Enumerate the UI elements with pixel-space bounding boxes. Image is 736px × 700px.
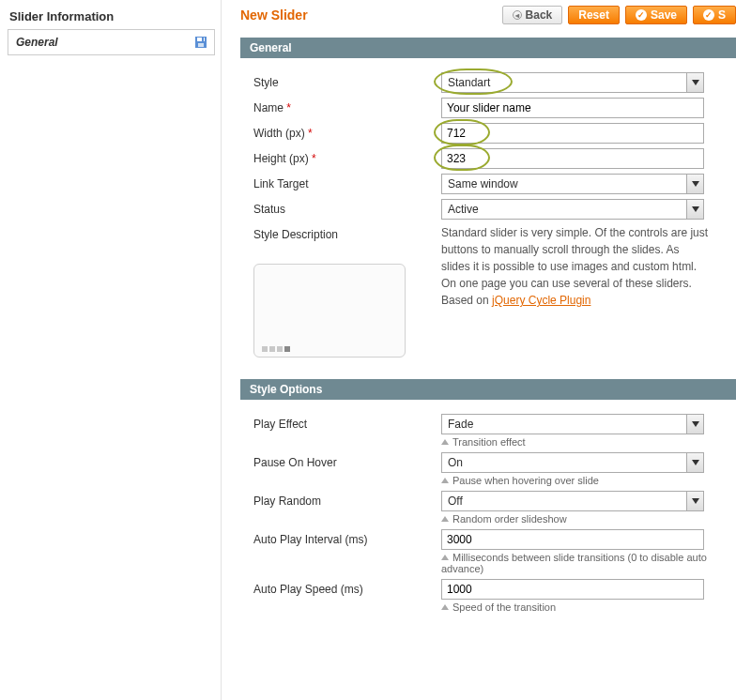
check-icon: ✓ [636,9,647,21]
status-select[interactable]: Active [441,199,704,220]
chevron-down-icon [686,415,703,434]
sidebar: Slider Information General [0,0,221,700]
hint-text: Speed of the transition [441,601,723,613]
chevron-down-icon [686,200,703,219]
svg-rect-2 [198,43,204,47]
pager-dot [269,346,275,352]
check-icon: ✓ [703,9,714,21]
name-input[interactable] [441,98,704,118]
reset-button[interactable]: Reset [568,6,620,24]
style-desc-label: Style Description [253,228,441,241]
style-select[interactable]: Standart [441,72,704,93]
save-continue-button[interactable]: ✓ S [693,6,736,24]
main: New Slider ◂ Back Reset ✓ Save ✓ S [227,0,736,700]
svg-marker-4 [692,80,699,85]
play-random-label: Play Random [253,491,441,508]
svg-marker-9 [692,498,699,504]
width-label: Width (px) * [253,123,441,140]
play-effect-label: Play Effect [253,414,441,431]
svg-marker-6 [692,206,699,212]
play-random-select[interactable]: Off [441,491,704,511]
save-button[interactable]: ✓ Save [625,6,687,24]
save-icon [195,37,207,48]
name-label: Name * [253,98,441,114]
chevron-down-icon [686,453,703,472]
sidebar-item-label: General [16,36,58,49]
sidebar-title: Slider Information [8,6,215,30]
style-description: Standard slider is very simple. Of the c… [441,224,709,309]
hint-text: Transition effect [441,436,723,448]
pause-hover-label: Pause On Hover [253,452,441,469]
auto-speed-input[interactable] [441,579,704,600]
cycle-plugin-link[interactable]: jQuery Cycle Plugin [492,294,590,307]
section-general-head: General [240,38,736,58]
height-input[interactable] [441,148,704,169]
auto-speed-label: Auto Play Speed (ms) [253,579,441,596]
status-label: Status [253,199,441,216]
svg-marker-5 [692,181,699,187]
sidebar-item-general[interactable]: General [8,30,215,55]
back-arrow-icon: ◂ [513,10,522,20]
slider-preview [253,264,406,358]
svg-rect-3 [202,38,204,41]
link-target-select[interactable]: Same window [441,174,704,194]
chevron-down-icon [686,175,703,193]
width-input[interactable] [441,123,704,144]
svg-marker-7 [692,421,699,427]
hint-text: Random order slideshow [441,513,723,525]
link-target-label: Link Target [253,174,441,190]
hint-text: Milliseconds between slide transitions (… [441,552,723,574]
pager-dot [262,346,268,352]
play-effect-select[interactable]: Fade [441,414,704,434]
hint-text: Pause when hovering over slide [441,475,723,486]
auto-interval-label: Auto Play Interval (ms) [253,529,441,546]
section-style-head: Style Options [240,379,736,400]
chevron-down-icon [686,492,703,510]
chevron-down-icon [686,73,703,92]
pager-dot [277,346,283,352]
auto-interval-input[interactable] [441,529,704,550]
style-label: Style [253,72,441,89]
pause-hover-select[interactable]: On [441,452,704,473]
height-label: Height (px) * [253,148,441,165]
svg-marker-8 [692,460,699,465]
page-title: New Slider [240,8,502,23]
back-button[interactable]: ◂ Back [502,6,563,24]
pager-dot-active [284,346,290,352]
